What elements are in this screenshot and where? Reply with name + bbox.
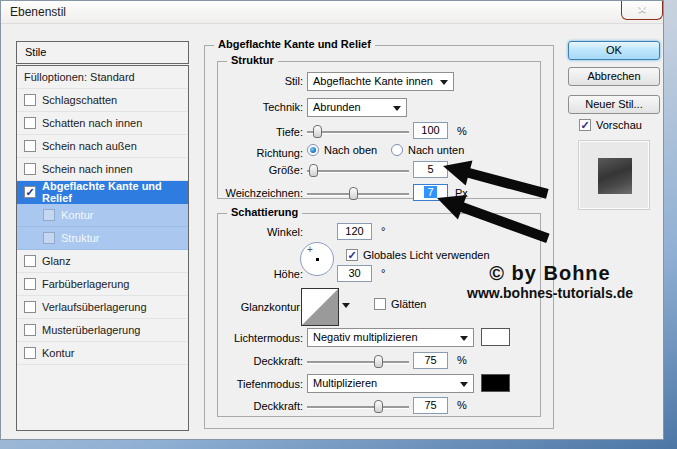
chevron-down-icon (440, 80, 448, 85)
checkbox-checked-icon[interactable] (346, 249, 358, 261)
highlight-opacity-slider[interactable] (307, 361, 409, 363)
checkbox-icon[interactable] (24, 301, 36, 313)
highlight-color-swatch[interactable] (481, 328, 510, 346)
altitude-label: Höhe: (207, 268, 303, 280)
sidebar-item-stroke[interactable]: Kontur (17, 342, 188, 365)
checkbox-icon[interactable] (24, 255, 36, 267)
size-value-field[interactable]: 5 (413, 161, 448, 178)
style-preview-thumbnail (598, 158, 632, 194)
sidebar-item-blending-options[interactable]: Fülloptionen: Standard (17, 66, 188, 89)
checkbox-icon[interactable] (374, 298, 386, 310)
watermark-line1: © by Bohne (452, 262, 648, 285)
checkbox-icon[interactable] (43, 232, 55, 244)
shadow-mode-dropdown[interactable]: Multiplizieren (307, 374, 474, 393)
checkbox-checked-icon[interactable] (24, 186, 36, 198)
global-light-option[interactable]: Globales Licht verwenden (346, 249, 490, 261)
style-dropdown[interactable]: Abgeflachte Kante innen (307, 72, 454, 91)
technique-dropdown[interactable]: Abrunden (307, 98, 407, 117)
ok-button[interactable]: OK (568, 41, 660, 60)
radio-icon[interactable] (391, 144, 403, 156)
slider-thumb[interactable] (374, 355, 383, 368)
checkbox-icon[interactable] (24, 117, 36, 129)
styles-header: Stile (16, 41, 189, 64)
anti-aliased-option[interactable]: Glätten (374, 298, 426, 310)
checkbox-icon[interactable] (24, 140, 36, 152)
direction-up-label: Nach oben (324, 144, 377, 156)
contour-picker-arrow-icon[interactable] (342, 303, 350, 308)
soften-slider[interactable] (307, 193, 409, 195)
watermark: © by Bohne www.bohnes-tutorials.de (452, 262, 648, 301)
titlebar[interactable]: Ebenenstil (1, 1, 663, 24)
style-label: Stil: (207, 75, 303, 87)
global-light-label: Globales Licht verwenden (363, 249, 490, 261)
sidebar-item-label: Verlaufsüberlagerung (42, 301, 147, 313)
shadow-opacity-slider[interactable] (307, 406, 409, 408)
slider-thumb[interactable] (313, 125, 322, 138)
checkbox-icon[interactable] (24, 163, 36, 175)
sidebar-item-color-overlay[interactable]: Farbüberlagerung (17, 273, 188, 296)
radio-selected-icon[interactable] (307, 144, 319, 156)
checkbox-icon[interactable] (43, 209, 55, 221)
size-value: 5 (427, 163, 433, 175)
style-dropdown-value: Abgeflachte Kante innen (313, 75, 433, 87)
sidebar-item-label: Schein nach außen (42, 140, 137, 152)
sidebar-item-texture-sub[interactable]: Struktur (17, 227, 188, 250)
depth-label: Tiefe: (207, 126, 303, 138)
shadow-mode-label: Tiefenmodus: (207, 378, 303, 390)
slider-thumb[interactable] (349, 187, 358, 200)
gloss-contour-thumbnail[interactable] (301, 288, 339, 326)
checkbox-checked-icon[interactable] (579, 119, 591, 131)
sidebar-item-drop-shadow[interactable]: Schlagschatten (17, 89, 188, 112)
size-slider[interactable] (307, 170, 409, 172)
angle-dial[interactable]: + (300, 242, 334, 276)
altitude-value-field[interactable]: 30 (337, 265, 372, 282)
size-label: Größe: (207, 164, 303, 176)
soften-label: Weichzeichnen: (207, 187, 303, 199)
sidebar-item-label: Fülloptionen: Standard (24, 71, 135, 83)
sidebar-item-gradient-overlay[interactable]: Verlaufsüberlagerung (17, 296, 188, 319)
close-button[interactable]: ✕ (621, 1, 663, 20)
angle-value-field[interactable]: 120 (337, 223, 372, 240)
soften-value-field[interactable]: 7 (413, 184, 448, 201)
close-icon: ✕ (637, 3, 646, 15)
sidebar-item-satin[interactable]: Glanz (17, 250, 188, 273)
highlight-opacity-field[interactable]: 75 (413, 352, 448, 369)
depth-unit: % (457, 125, 467, 137)
chevron-down-icon (460, 382, 468, 387)
technique-dropdown-value: Abrunden (313, 101, 361, 113)
sidebar-item-inner-shadow[interactable]: Schatten nach innen (17, 112, 188, 135)
direction-up-option[interactable]: Nach oben (307, 144, 377, 156)
layer-style-dialog: Ebenenstil ✕ Stile Fülloptionen: Standar… (0, 0, 664, 440)
angle-label: Winkel: (207, 226, 303, 238)
highlight-mode-dropdown[interactable]: Negativ multiplizieren (307, 328, 474, 347)
shadow-opacity-label: Deckkraft: (207, 400, 303, 412)
direction-down-option[interactable]: Nach unten (391, 144, 464, 156)
sidebar-item-outer-glow[interactable]: Schein nach außen (17, 135, 188, 158)
checkbox-icon[interactable] (24, 278, 36, 290)
sidebar-item-bevel-emboss[interactable]: Abgeflachte Kante und Relief (17, 181, 188, 204)
desktop: { "window": { "title": "Ebenenstil", "cl… (0, 0, 677, 449)
highlight-opacity-label: Deckkraft: (207, 355, 303, 367)
sidebar-item-pattern-overlay[interactable]: Musterüberlagerung (17, 319, 188, 342)
checkbox-icon[interactable] (24, 324, 36, 336)
cancel-button[interactable]: Abbrechen (568, 67, 660, 86)
style-preview-panel (579, 141, 649, 209)
sidebar-item-contour-sub[interactable]: Kontur (17, 204, 188, 227)
sidebar-item-inner-glow[interactable]: Schein nach innen (17, 158, 188, 181)
preview-option[interactable]: Vorschau (579, 119, 642, 131)
checkbox-icon[interactable] (24, 94, 36, 106)
size-unit: Px (455, 164, 468, 176)
new-style-button[interactable]: Neuer Stil... (568, 95, 660, 114)
depth-slider[interactable] (307, 131, 409, 133)
shadow-color-swatch[interactable] (481, 374, 510, 392)
angle-dial-center-dot (316, 258, 319, 261)
slider-thumb[interactable] (374, 400, 383, 413)
checkbox-icon[interactable] (24, 347, 36, 359)
sidebar-item-label: Kontur (61, 209, 93, 221)
direction-down-label: Nach unten (408, 144, 464, 156)
structure-title: Struktur (227, 54, 278, 66)
depth-value-field[interactable]: 100 (413, 122, 448, 139)
shadow-opacity-field[interactable]: 75 (413, 397, 448, 414)
cancel-button-label: Abbrechen (587, 70, 640, 82)
slider-thumb[interactable] (309, 164, 318, 177)
